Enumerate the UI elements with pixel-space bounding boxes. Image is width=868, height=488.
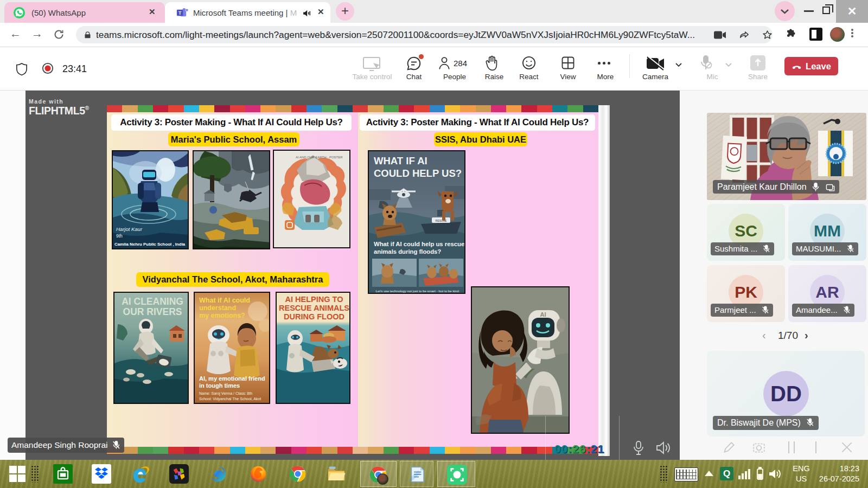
svg-text:What if AI could help us rescu: What if AI could help us rescue	[374, 241, 464, 247]
svg-text:Camlia Nehru Public School , I: Camlia Nehru Public School , India	[114, 242, 186, 247]
svg-text:Name: Saroj Verma / Class: 8th: Name: Saroj Verma / Class: 8th	[199, 391, 252, 396]
svg-text:Harjot Kaur: Harjot Kaur	[116, 226, 143, 232]
svg-text:AI AND OUR EARTH - POSTER: AI AND OUR EARTH - POSTER	[296, 156, 343, 159]
svg-text:9th: 9th	[116, 233, 123, 239]
svg-text:AI: AI	[540, 311, 546, 318]
svg-text:School: Vidyanchal The School,: School: Vidyanchal The School, Akot	[199, 397, 261, 401]
svg-text:DURING FLOOD: DURING FLOOD	[284, 312, 344, 321]
svg-text:T: T	[178, 10, 182, 16]
svg-text:animals during floods?: animals during floods?	[374, 248, 441, 255]
svg-text:COULD HELP US?: COULD HELP US?	[374, 168, 462, 179]
svg-text:understand: understand	[199, 304, 236, 312]
svg-text:What if AI could: What if AI could	[199, 297, 250, 304]
svg-text:WHAT IF AI: WHAT IF AI	[374, 155, 427, 166]
svg-text:AI HELPING TO: AI HELPING TO	[285, 295, 343, 304]
svg-text:RESCUE ANIMALS: RESCUE ANIMALS	[279, 304, 349, 312]
svg-text:AI, my emotional friend: AI, my emotional friend	[199, 375, 265, 382]
svg-text:OUR RIVERS: OUR RIVERS	[123, 306, 182, 317]
svg-text:my emotions?: my emotions?	[199, 312, 245, 319]
svg-text:Let's use technology not just: Let's use technology not just to be smar…	[376, 289, 460, 293]
svg-text:in tough times: in tough times	[199, 382, 240, 389]
svg-text:AI CLEANING: AI CLEANING	[122, 296, 183, 307]
